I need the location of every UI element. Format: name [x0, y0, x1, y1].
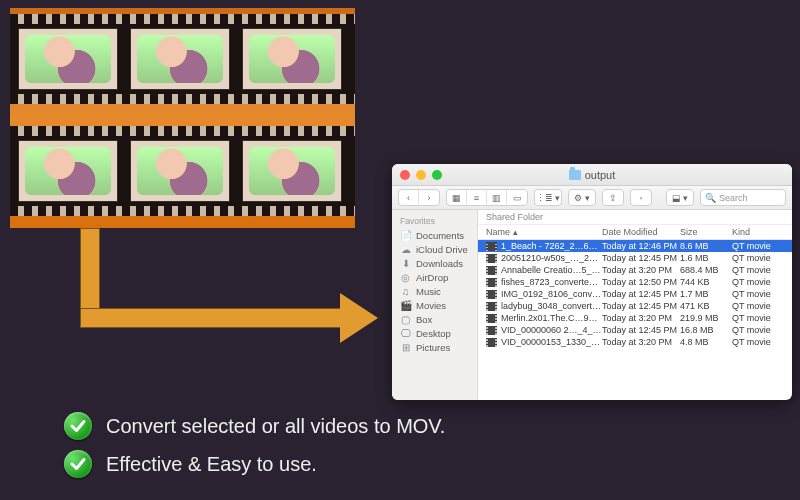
file-kind: QT movie — [732, 313, 784, 323]
sidebar-item-label: Documents — [416, 230, 464, 241]
list-view-button[interactable]: ≡ — [467, 190, 487, 205]
file-row[interactable]: Annabelle Creatio…5_converted.MOVToday a… — [478, 264, 792, 276]
sidebar-item-downloads[interactable]: ⬇Downloads — [392, 256, 477, 270]
file-row[interactable]: IMG_0192_8106_converted.MOVToday at 12:4… — [478, 288, 792, 300]
movie-file-icon — [486, 290, 497, 299]
file-row[interactable]: 1_Beach - 7262_2…6_converted.MOVToday at… — [478, 240, 792, 252]
file-size: 8.6 MB — [680, 241, 732, 251]
sidebar-item-documents[interactable]: 📄Documents — [392, 228, 477, 242]
file-size: 471 KB — [680, 301, 732, 311]
folder-icon: ▢ — [400, 314, 411, 325]
sidebar-item-label: AirDrop — [416, 272, 448, 283]
file-name: VID_00000153_1330_converted.MOV — [501, 337, 602, 347]
cloud-icon: ☁ — [400, 244, 411, 255]
finder-window: output ‹ › ▦ ≡ ▥ ▭ ⋮≣ ▾ ⚙ ▾ ⇪ ◦ ⬓ ▾ � — [392, 164, 792, 400]
file-date: Today at 12:50 PM — [602, 277, 680, 287]
view-mode-group[interactable]: ▦ ≡ ▥ ▭ — [446, 189, 528, 206]
file-date: Today at 3:20 PM — [602, 313, 680, 323]
sidebar-item-music[interactable]: ♫Music — [392, 284, 477, 298]
file-size: 16.8 MB — [680, 325, 732, 335]
sidebar-item-label: Pictures — [416, 342, 450, 353]
sidebar-item-box[interactable]: ▢Box — [392, 312, 477, 326]
sidebar-item-label: Music — [416, 286, 441, 297]
forward-button[interactable]: › — [419, 190, 439, 205]
dropbox-icon[interactable]: ⬓ ▾ — [667, 190, 693, 205]
file-size: 1.7 MB — [680, 289, 732, 299]
feature-bullets: Convert selected or all videos to MOV. E… — [64, 412, 445, 488]
search-input[interactable]: 🔍 Search — [700, 189, 786, 206]
file-name: Annabelle Creatio…5_converted.MOV — [501, 265, 602, 275]
finder-toolbar: ‹ › ▦ ≡ ▥ ▭ ⋮≣ ▾ ⚙ ▾ ⇪ ◦ ⬓ ▾ 🔍 Search — [392, 186, 792, 210]
share-button[interactable]: ⇪ — [602, 189, 624, 206]
sidebar-item-icloud-drive[interactable]: ☁iCloud Drive — [392, 242, 477, 256]
file-date: Today at 12:45 PM — [602, 325, 680, 335]
tags-button[interactable]: ◦ — [630, 189, 652, 206]
file-name: VID_00000060 2…_4_converted.MOV — [501, 325, 602, 335]
search-icon: 🔍 — [705, 193, 716, 203]
movie-file-icon — [486, 326, 497, 335]
airdrop-icon: ◎ — [400, 272, 411, 283]
file-date: Today at 12:45 PM — [602, 253, 680, 263]
share-icon[interactable]: ⇪ — [603, 190, 623, 205]
check-icon — [64, 412, 92, 440]
sidebar-item-label: Downloads — [416, 258, 463, 269]
icon-view-button[interactable]: ▦ — [447, 190, 467, 205]
file-size: 688.4 MB — [680, 265, 732, 275]
file-kind: QT movie — [732, 253, 784, 263]
sidebar-item-desktop[interactable]: 🖵Desktop — [392, 326, 477, 340]
movie-icon: 🎬 — [400, 300, 411, 311]
sidebar-item-pictures[interactable]: ⊞Pictures — [392, 340, 477, 354]
pic-icon: ⊞ — [400, 342, 411, 353]
column-date[interactable]: Date Modified — [602, 227, 680, 237]
column-headers[interactable]: Name ▴ Date Modified Size Kind — [478, 225, 792, 240]
sidebar-item-label: iCloud Drive — [416, 244, 468, 255]
file-row[interactable]: 20051210-w50s_…_2_converted.MOVToday at … — [478, 252, 792, 264]
column-view-button[interactable]: ▥ — [487, 190, 507, 205]
file-row[interactable]: VID_00000060 2…_4_converted.MOVToday at … — [478, 324, 792, 336]
file-kind: QT movie — [732, 301, 784, 311]
sidebar-item-movies[interactable]: 🎬Movies — [392, 298, 477, 312]
down-icon: ⬇ — [400, 258, 411, 269]
file-kind: QT movie — [732, 265, 784, 275]
file-date: Today at 12:46 PM — [602, 241, 680, 251]
back-button[interactable]: ‹ — [399, 190, 419, 205]
sidebar-item-airdrop[interactable]: ◎AirDrop — [392, 270, 477, 284]
close-button[interactable] — [400, 170, 410, 180]
minimize-button[interactable] — [416, 170, 426, 180]
file-name: 20051210-w50s_…_2_converted.MOV — [501, 253, 602, 263]
tag-icon[interactable]: ◦ — [631, 190, 651, 205]
bullet-2: Effective & Easy to use. — [64, 450, 445, 478]
file-kind: QT movie — [732, 325, 784, 335]
bullet-text: Effective & Easy to use. — [106, 453, 317, 476]
finder-titlebar: output — [392, 164, 792, 186]
movie-file-icon — [486, 338, 497, 347]
file-row[interactable]: VID_00000153_1330_converted.MOVToday at … — [478, 336, 792, 348]
file-row[interactable]: fishes_8723_converted.MOVToday at 12:50 … — [478, 276, 792, 288]
file-name: 1_Beach - 7262_2…6_converted.MOV — [501, 241, 602, 251]
arrow-icon — [80, 228, 380, 368]
column-kind[interactable]: Kind — [732, 227, 784, 237]
nav-back-forward[interactable]: ‹ › — [398, 189, 440, 206]
arrange-menu[interactable]: ⋮≣ ▾ — [534, 189, 562, 206]
action-menu[interactable]: ⚙ ▾ — [568, 189, 596, 206]
file-name: fishes_8723_converted.MOV — [501, 277, 602, 287]
file-size: 4.8 MB — [680, 337, 732, 347]
file-row[interactable]: Merlin.2x01.The.C…9_converted.MOVToday a… — [478, 312, 792, 324]
file-size: 744 KB — [680, 277, 732, 287]
bullet-1: Convert selected or all videos to MOV. — [64, 412, 445, 440]
file-row[interactable]: ladybug_3048_converted.MOVToday at 12:45… — [478, 300, 792, 312]
arrange-button[interactable]: ⋮≣ ▾ — [535, 190, 561, 205]
movie-file-icon — [486, 254, 497, 263]
column-name[interactable]: Name — [486, 227, 510, 237]
movie-file-icon — [486, 314, 497, 323]
movie-file-icon — [486, 278, 497, 287]
gear-icon[interactable]: ⚙ ▾ — [569, 190, 595, 205]
sidebar-item-label: Movies — [416, 300, 446, 311]
file-date: Today at 12:45 PM — [602, 289, 680, 299]
file-date: Today at 3:20 PM — [602, 337, 680, 347]
movie-file-icon — [486, 266, 497, 275]
gallery-view-button[interactable]: ▭ — [507, 190, 527, 205]
dropbox-button[interactable]: ⬓ ▾ — [666, 189, 694, 206]
zoom-button[interactable] — [432, 170, 442, 180]
column-size[interactable]: Size — [680, 227, 732, 237]
